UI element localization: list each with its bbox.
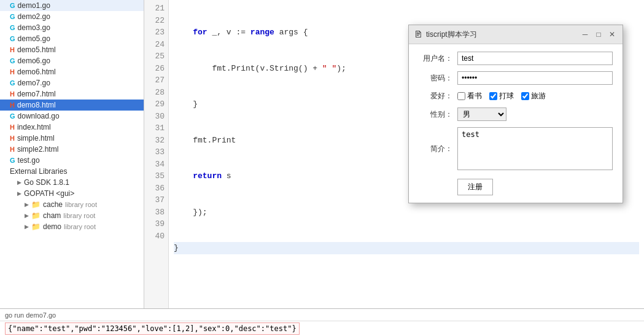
top-area: G demo1.go G demo2.go G demo3.go G demo5… <box>0 0 644 308</box>
sidebar-item-label: demo6.go <box>18 57 50 65</box>
folder-icon: 📁 <box>31 200 41 209</box>
dialog-title-text: tiscript脚本学习 <box>426 29 477 40</box>
sidebar-item-testgo[interactable]: G test.go <box>0 155 144 166</box>
register-button[interactable]: 注册 <box>457 179 493 195</box>
folder-icon: 📁 <box>31 222 41 231</box>
sidebar-item-demo7go[interactable]: G demo7.go <box>0 77 144 88</box>
sidebar-go-sdk[interactable]: ▶ Go SDK 1.8.1 <box>0 177 144 188</box>
sidebar-item-demo5go[interactable]: G demo5.go <box>0 33 144 44</box>
main-container: G demo1.go G demo2.go G demo3.go G demo5… <box>0 0 644 336</box>
go-file-icon: G <box>10 57 15 64</box>
go-file-icon: G <box>10 157 15 164</box>
go-file-icon: G <box>10 79 15 87</box>
cache-label: cache <box>43 200 63 209</box>
expand-icon: ▶ <box>25 213 29 219</box>
dialog: 🖹 tiscript脚本学习 ─ □ ✕ 用户名： <box>408 25 623 203</box>
sidebar-item-label: demo3.go <box>18 23 50 32</box>
editor-area: 21 22 23 24 25 26 27 28 29 30 31 32 33 3… <box>144 0 644 308</box>
sidebar: G demo1.go G demo2.go G demo3.go G demo5… <box>0 0 144 308</box>
hobby-travel-input[interactable] <box>521 92 529 100</box>
sidebar-item-simplehtml[interactable]: H simple.html <box>0 133 144 144</box>
gender-select[interactable]: 男 女 <box>457 107 506 121</box>
sidebar-item-downloadgo[interactable]: G download.go <box>0 111 144 122</box>
demo-lib-root-label: library root <box>64 223 96 230</box>
password-row: 密码： <box>419 71 613 85</box>
dialog-body: 用户名： 密码： 爱好： <box>409 44 623 203</box>
sidebar-item-demo2go[interactable]: G demo2.go <box>0 11 144 22</box>
folder-icon: 📁 <box>31 211 41 220</box>
sidebar-item-demo6go[interactable]: G demo6.go <box>0 55 144 66</box>
sidebar-item-simple2html[interactable]: H simple2.html <box>0 144 144 155</box>
sidebar-item-label: demo7.go <box>18 79 50 87</box>
sidebar-cache-folder[interactable]: ▶ 📁 cache library root <box>0 199 144 210</box>
html-file-icon: H <box>10 68 15 76</box>
sidebar-item-demo3go[interactable]: G demo3.go <box>0 22 144 33</box>
dialog-maximize-button[interactable]: □ <box>593 29 604 40</box>
demo-label: demo <box>43 222 61 231</box>
gender-label: 性别： <box>419 109 452 120</box>
intro-row: 简介： test <box>419 127 613 170</box>
sidebar-gopath[interactable]: ▶ GOPATH <gui> <box>0 188 144 199</box>
hobby-label: 爱好： <box>419 91 452 101</box>
sidebar-item-demo6html[interactable]: H demo6.html <box>0 66 144 77</box>
html-file-icon: H <box>10 46 15 53</box>
sidebar-item-demo7html[interactable]: H demo7.html <box>0 88 144 100</box>
cham-label: cham <box>43 211 61 220</box>
sidebar-item-label: demo2.go <box>18 12 50 21</box>
cache-lib-root-label: library root <box>65 201 97 208</box>
intro-textarea[interactable]: test <box>457 127 613 170</box>
sidebar-item-label: Go SDK 1.8.1 <box>24 178 69 187</box>
expand-icon: ▶ <box>25 201 29 208</box>
sidebar-item-demo5html[interactable]: H demo5.html <box>0 44 144 55</box>
dialog-titlebar: 🖹 tiscript脚本学习 ─ □ ✕ <box>409 25 623 44</box>
sidebar-item-label: download.go <box>18 112 60 120</box>
username-row: 用户名： <box>419 52 613 65</box>
hobby-travel-checkbox[interactable]: 旅游 <box>521 91 546 101</box>
html-file-icon: H <box>10 101 15 109</box>
dialog-minimize-button[interactable]: ─ <box>580 29 591 40</box>
sidebar-external-libraries[interactable]: External Libraries <box>0 166 144 177</box>
expand-icon: ▶ <box>17 179 21 186</box>
sidebar-cham-folder[interactable]: ▶ 📁 cham library root <box>0 210 144 221</box>
dialog-title: 🖹 tiscript脚本学习 <box>414 29 477 40</box>
hobby-read-checkbox[interactable]: 看书 <box>457 91 482 101</box>
sidebar-item-label: demo1.go <box>18 1 50 10</box>
hobby-ball-checkbox[interactable]: 打球 <box>489 91 514 101</box>
go-file-icon: G <box>10 35 15 42</box>
output-text: {"name":"test","pwd":"123456","love":[1,… <box>5 322 300 335</box>
intro-label: 简介： <box>419 144 452 154</box>
sidebar-item-label: demo6.html <box>17 68 56 76</box>
run-command-text: go run demo7.go <box>5 311 56 319</box>
hobby-ball-input[interactable] <box>489 92 497 100</box>
register-btn-row: 注册 <box>419 176 613 195</box>
sidebar-item-demo1go[interactable]: G demo1.go <box>0 0 144 11</box>
sidebar-item-indexhtml[interactable]: H index.html <box>0 122 144 133</box>
dialog-overlay: 🖹 tiscript脚本学习 ─ □ ✕ 用户名： <box>144 0 644 308</box>
sidebar-demo-folder[interactable]: ▶ 📁 demo library root <box>0 221 144 232</box>
dialog-title-icon: 🖹 <box>414 29 422 39</box>
expand-icon: ▶ <box>25 224 29 230</box>
sidebar-item-label: test.go <box>18 156 40 165</box>
html-file-icon: H <box>10 146 15 153</box>
sidebar-item-label: GOPATH <gui> <box>24 189 74 198</box>
sidebar-item-label: index.html <box>17 123 51 131</box>
hobby-read-input[interactable] <box>457 92 465 100</box>
dialog-close-button[interactable]: ✕ <box>607 29 618 40</box>
dialog-controls: ─ □ ✕ <box>580 29 618 40</box>
hobby-row: 爱好： 看书 打球 旅游 <box>419 91 613 101</box>
password-label: 密码： <box>419 73 452 84</box>
hobby-checkboxes: 看书 打球 旅游 <box>457 91 546 101</box>
password-input[interactable] <box>457 71 613 85</box>
cham-lib-root-label: library root <box>63 212 95 219</box>
go-file-icon: G <box>10 24 15 31</box>
expand-icon: ▶ <box>17 190 21 197</box>
output-area: {"name":"test","pwd":"123456","love":[1,… <box>0 321 644 336</box>
gender-row: 性别： 男 女 <box>419 107 613 121</box>
username-input[interactable] <box>457 52 613 65</box>
username-label: 用户名： <box>419 53 452 64</box>
sidebar-item-label: demo7.html <box>17 90 56 98</box>
sidebar-item-demo8html[interactable]: H demo8.html <box>0 100 144 111</box>
html-file-icon: H <box>10 123 15 131</box>
go-file-icon: G <box>10 112 15 120</box>
sidebar-item-label: demo8.html <box>17 101 56 109</box>
